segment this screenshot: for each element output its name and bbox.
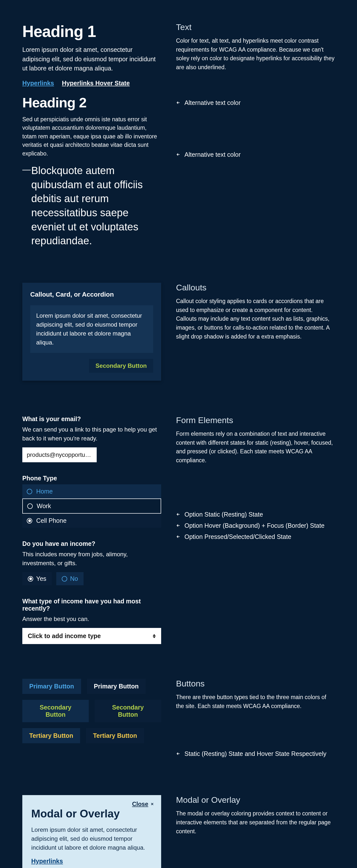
- option-label: Yes: [36, 575, 46, 582]
- heading-1: Heading 1: [22, 22, 161, 41]
- close-icon: [150, 801, 154, 807]
- callout-title: Callout, Card, or Accordion: [30, 291, 153, 298]
- email-help: We can send you a link to this page to h…: [22, 425, 161, 443]
- income-label: Do you have an income?: [22, 540, 161, 547]
- alt-text-label-1: Alternative text color: [185, 99, 241, 106]
- secondary-button-rest[interactable]: Secondary Button: [22, 700, 89, 722]
- callout-body: Lorem ipsum dolor sit amet, consectetur …: [30, 305, 153, 353]
- income-type-label: What type of income have you had most re…: [22, 598, 161, 612]
- section-desc-form: Form elements rely on a combination of t…: [176, 430, 335, 465]
- arrow-left-icon: [176, 151, 181, 158]
- state-label: Option Static (Resting) State: [185, 511, 263, 518]
- option-no[interactable]: No: [56, 572, 84, 585]
- modal-hyperlink[interactable]: Hyperlinks: [31, 858, 63, 865]
- radio-filled-icon: [28, 576, 33, 582]
- tertiary-button-hover[interactable]: Tertiary Button: [86, 728, 144, 743]
- option-label: Work: [37, 502, 51, 509]
- phone-type-label: Phone Type: [22, 475, 161, 482]
- blockquote: Blockquote autem quibusdam et aut offici…: [22, 164, 161, 248]
- select-placeholder: Click to add income type: [28, 632, 101, 640]
- alt-text-note-2: Alternative text color: [176, 151, 335, 158]
- modal-example: Close Modal or Overlay Lorem ipsum dolor…: [22, 795, 161, 868]
- tertiary-button-rest[interactable]: Tertiary Button: [22, 728, 80, 743]
- section-title-buttons: Buttons: [176, 679, 335, 688]
- section-title-modal: Modal or Overlay: [176, 795, 335, 805]
- option-work[interactable]: Work: [22, 498, 161, 514]
- section-desc-buttons: There are three button types tied to the…: [176, 693, 335, 711]
- option-home[interactable]: Home: [22, 484, 161, 498]
- radio-icon: [27, 489, 32, 494]
- section-title-form: Form Elements: [176, 415, 335, 425]
- radio-icon: [27, 503, 33, 509]
- income-type-help: Answer the best you can.: [22, 615, 161, 623]
- close-label: Close: [132, 801, 148, 807]
- option-yes[interactable]: Yes: [22, 572, 52, 585]
- state-label: Option Pressed/Selected/Clicked State: [185, 533, 291, 540]
- body-text-1: Lorem ipsum dolor sit amet, consectetur …: [22, 45, 161, 73]
- option-cell[interactable]: Cell Phone: [22, 514, 161, 528]
- section-title-callouts: Callouts: [176, 283, 335, 292]
- arrow-left-icon: [176, 522, 181, 529]
- radio-icon: [62, 576, 67, 582]
- primary-button-hover[interactable]: Primary Button: [87, 679, 146, 694]
- callout-secondary-button[interactable]: Secondary Button: [89, 359, 153, 373]
- button-state-note: Static (Resting) State and Hover State R…: [176, 750, 335, 757]
- state-note-resting: Option Static (Resting) State: [176, 511, 335, 518]
- hyperlink-hover-example[interactable]: Hyperlinks Hover State: [62, 80, 130, 87]
- option-label: Home: [36, 488, 53, 495]
- section-title-text: Text: [176, 22, 335, 32]
- modal-title: Modal or Overlay: [31, 807, 152, 820]
- income-help: This includes money from jobs, alimony, …: [22, 550, 161, 568]
- email-label: What is your email?: [22, 415, 161, 423]
- callout-card: Callout, Card, or Accordion Lorem ipsum …: [22, 283, 161, 381]
- alt-text-label-2: Alternative text color: [185, 151, 241, 158]
- sort-icon: [153, 634, 156, 638]
- modal-body: Lorem ipsum dolor sit amet, consectetur …: [31, 825, 152, 852]
- heading-2: Heading 2: [22, 94, 161, 111]
- radio-filled-icon: [27, 518, 32, 524]
- secondary-button-hover[interactable]: Secondary Button: [95, 700, 161, 722]
- primary-button-rest[interactable]: Primary Button: [22, 679, 81, 694]
- email-input[interactable]: products@nycopportunity.nyc.g…: [22, 447, 97, 462]
- arrow-left-icon: [176, 533, 181, 540]
- income-type-select[interactable]: Click to add income type: [22, 628, 161, 644]
- section-desc-callouts: Callout color styling applies to cards o…: [176, 297, 335, 341]
- modal-close-button[interactable]: Close: [132, 801, 154, 807]
- option-label: No: [70, 575, 78, 582]
- body-text-2: Sed ut perspiciatis unde omnis iste natu…: [22, 115, 161, 158]
- option-label: Cell Phone: [36, 517, 66, 524]
- section-desc-modal: The modal or overlay coloring provides c…: [176, 809, 335, 836]
- state-note-hover: Option Hover (Background) + Focus (Borde…: [176, 522, 335, 529]
- state-label: Option Hover (Background) + Focus (Borde…: [185, 522, 325, 529]
- section-desc-text: Color for text, alt text, and hyperlinks…: [176, 36, 335, 72]
- arrow-left-icon: [176, 511, 181, 518]
- arrow-left-icon: [176, 99, 181, 106]
- alt-text-note-1: Alternative text color: [176, 99, 335, 106]
- arrow-left-icon: [176, 750, 181, 757]
- state-note-selected: Option Pressed/Selected/Clicked State: [176, 533, 335, 540]
- state-label: Static (Resting) State and Hover State R…: [185, 750, 326, 757]
- hyperlink-example[interactable]: Hyperlinks: [22, 80, 54, 87]
